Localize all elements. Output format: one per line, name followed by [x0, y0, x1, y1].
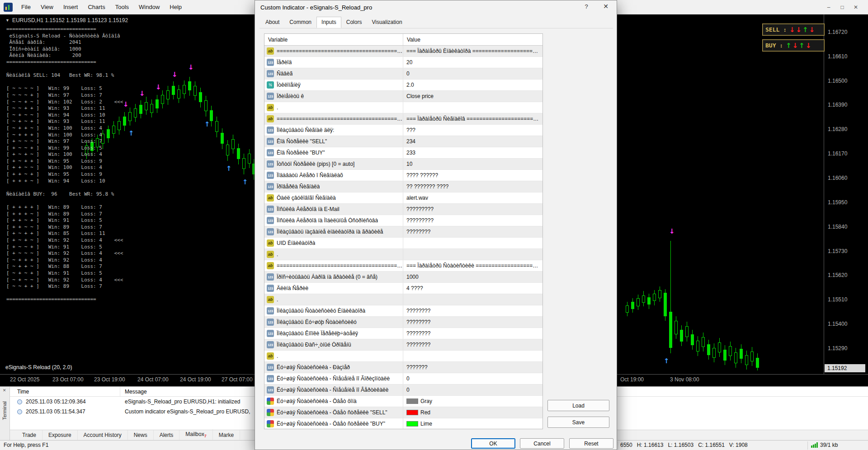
- param-value-cell[interactable]: === Ïàðàìåòðû Ñòàòèñòèêè ===============…: [403, 260, 542, 271]
- menu-tools[interactable]: Tools: [110, 0, 134, 14]
- param-value-cell[interactable]: ?????????: [403, 215, 542, 226]
- param-value-cell[interactable]: ?????????: [403, 204, 542, 215]
- param-value-cell[interactable]: ????????: [403, 305, 542, 316]
- ok-button[interactable]: OK: [471, 438, 515, 449]
- column-header-variable[interactable]: Variable: [264, 34, 403, 45]
- price-scale-label: 1.15400: [828, 321, 847, 327]
- column-header-message[interactable]: Message: [120, 389, 147, 395]
- tab-common[interactable]: Common: [284, 17, 316, 28]
- cancel-button[interactable]: Cancel: [520, 438, 564, 449]
- param-value-cell[interactable]: ???? ??????: [403, 170, 542, 181]
- param-variable-cell: 123Îòñòóï Ñòðåëêè (pips) [0 = auto]: [264, 159, 403, 169]
- param-value-cell[interactable]: Red: [403, 407, 542, 418]
- column-header-time[interactable]: Time: [10, 387, 120, 396]
- tab-inputs[interactable]: Inputs: [316, 17, 341, 28]
- param-value-cell[interactable]: ???????: [403, 362, 542, 373]
- tab-about[interactable]: About: [260, 17, 284, 28]
- inputs-table-header: Variable Value: [264, 34, 542, 46]
- terminal-tab-alerts[interactable]: Alerts: [154, 430, 180, 440]
- param-value-cell[interactable]: Close price: [403, 91, 542, 102]
- chart-collapse-icon[interactable]: ▼: [5, 18, 9, 23]
- menu-file[interactable]: File: [16, 0, 36, 14]
- menu-help[interactable]: Help: [165, 0, 187, 14]
- param-row: ab======================================…: [264, 260, 542, 272]
- menu-charts[interactable]: Charts: [83, 0, 110, 14]
- param-value-cell[interactable]: [403, 294, 542, 305]
- param-value-cell[interactable]: ?? ??????? ????: [403, 181, 542, 192]
- restore-button-icon[interactable]: □: [835, 4, 849, 10]
- param-value-cell[interactable]: 2.0: [403, 80, 542, 90]
- price-axis-separator[interactable]: [824, 14, 824, 375]
- param-variable-cell: ab.: [264, 294, 403, 305]
- param-value-cell[interactable]: 233: [403, 147, 542, 158]
- tab-visualization[interactable]: Visualization: [367, 17, 407, 28]
- param-variable-cell: 123Ïîêàçûâàòü Êíîïêè Ïåðåêëþ÷àòåëÿ: [264, 328, 403, 339]
- param-value-cell[interactable]: [403, 238, 542, 248]
- param-value-cell[interactable]: === Ïàðàìåòðû Ñèãíàëîâ =================…: [403, 113, 542, 124]
- menu-window[interactable]: Window: [134, 0, 165, 14]
- time-scale-label: 24 Oct 07:00: [137, 376, 169, 383]
- param-value-cell[interactable]: Gray: [403, 396, 542, 407]
- minimize-button-icon[interactable]: –: [822, 4, 835, 10]
- param-variable: Ôàéë çâóêîâîãî Ñèãíàëà: [277, 195, 336, 201]
- param-value-cell[interactable]: 0: [403, 373, 542, 384]
- price-scale-label: 1.16500: [828, 78, 847, 84]
- sell-signal-arrow-icon: ↓: [172, 71, 178, 78]
- param-value-cell[interactable]: [403, 249, 542, 260]
- int-type-icon: 123: [267, 307, 274, 314]
- param-value-cell[interactable]: 1000: [403, 272, 542, 282]
- param-value-cell[interactable]: 0: [403, 384, 542, 395]
- param-variable: Ëó÷øàÿ Ñòàòèñòèêà - Ñìåùåíèå ïî Âåðòèêàë…: [277, 387, 388, 393]
- terminal-tab-news[interactable]: News: [128, 430, 154, 440]
- terminal-tab-trade[interactable]: Trade: [16, 430, 42, 440]
- indicator-name-label: eSignals-S Reload (20, 2.0): [5, 364, 72, 370]
- int-type-icon: 123: [267, 375, 274, 382]
- param-value-cell[interactable]: ????????: [403, 339, 542, 350]
- param-value-cell[interactable]: Lime: [403, 418, 542, 429]
- param-value-cell[interactable]: [403, 102, 542, 113]
- dialog-help-icon[interactable]: ?: [582, 3, 590, 10]
- reset-button[interactable]: Reset: [569, 438, 613, 449]
- param-variable-cell: 123Ïîñûëêà Àëåðòîâ íà Ìîáèëüíûå Óñòðîéñò…: [264, 215, 403, 226]
- param-row: 123Ïîñûëêà Àëåðòîâ íà Ìîáèëüíûå Óñòðîéñò…: [264, 215, 542, 226]
- param-value: ????????: [406, 330, 430, 337]
- param-value-cell[interactable]: ????????: [403, 328, 542, 339]
- int-type-icon: 123: [267, 149, 274, 156]
- param-value-cell[interactable]: ???: [403, 125, 542, 136]
- save-button[interactable]: Save: [547, 417, 609, 428]
- candle-body: [221, 133, 224, 144]
- load-button[interactable]: Load: [547, 400, 609, 411]
- param-value-cell[interactable]: 10: [403, 159, 542, 169]
- param-row: 123Äëèíà Ñåðèè4 ????: [264, 283, 542, 294]
- dialog-titlebar[interactable]: Custom Indicator - eSignals-S_Reload_pro: [255, 0, 617, 14]
- metatrader-window: ↓↓↓↓↓↑↑↑↑↓↑ ============================…: [0, 0, 868, 450]
- ab-type-icon: ab: [267, 104, 274, 111]
- tab-colors[interactable]: Colors: [341, 17, 367, 28]
- menu-insert[interactable]: Insert: [58, 0, 83, 14]
- param-variable-cell: ab======================================…: [264, 260, 403, 271]
- candle-body: [248, 154, 251, 164]
- param-value-cell[interactable]: 20: [403, 57, 542, 68]
- param-row: 123Ïåðèîä20: [264, 57, 542, 68]
- param-variable: Îòñòóï Ñòðåëêè (pips) [0 = auto]: [277, 161, 354, 167]
- terminal-tab-account-history[interactable]: Account History: [78, 430, 128, 440]
- param-value-cell[interactable]: ????????: [403, 226, 542, 237]
- terminal-close-icon[interactable]: ✕: [3, 388, 6, 393]
- menu-view[interactable]: View: [36, 0, 58, 14]
- terminal-tab-exposure[interactable]: Exposure: [42, 430, 78, 440]
- param-value-cell[interactable]: === Ïàðàìåòðû Èíäèêàòîðà ===============…: [403, 46, 542, 56]
- param-value-cell[interactable]: 234: [403, 136, 542, 147]
- column-header-value[interactable]: Value: [403, 37, 420, 43]
- param-value: Close price: [406, 93, 434, 99]
- param-value-cell[interactable]: 0: [403, 68, 542, 79]
- param-value-cell[interactable]: 4 ????: [403, 283, 542, 294]
- param-value-cell[interactable]: ????????: [403, 317, 542, 328]
- dialog-close-icon[interactable]: ✕: [601, 3, 610, 10]
- int-type-icon: 123: [267, 273, 274, 281]
- terminal-tab-mailbox[interactable]: Mailbox7: [179, 429, 212, 441]
- param-value-cell[interactable]: [403, 351, 542, 361]
- param-value-cell[interactable]: alert.wav: [403, 192, 542, 203]
- color-swatch: [406, 398, 418, 404]
- close-button-icon[interactable]: ✕: [849, 4, 863, 10]
- terminal-tab-marke[interactable]: Marke: [213, 430, 240, 440]
